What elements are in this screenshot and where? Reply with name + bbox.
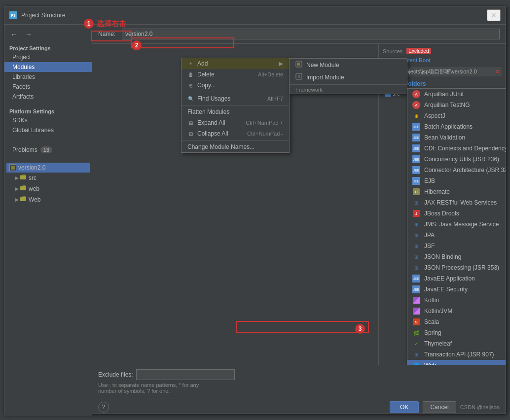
sidebar-item-artifacts[interactable]: Artifacts — [4, 92, 92, 102]
sources-header: Sources Excluded — [383, 48, 502, 54]
cancel-button[interactable]: Cancel — [423, 401, 456, 413]
fw-ejb[interactable]: JEE EJB — [407, 175, 506, 186]
svg-text:H: H — [415, 190, 418, 194]
fw-batch-applications[interactable]: JEE Batch Applications — [407, 121, 506, 132]
expand-arrow-Web: ▶ — [15, 197, 19, 202]
web-icon: 🌐 — [412, 361, 420, 365]
submenu-import-module[interactable]: ⬇ Import Module — [290, 71, 407, 83]
fw-connector[interactable]: JEE Connector Architecture (JSR 322) — [407, 165, 506, 175]
fw-jsf[interactable]: ⊞ JSF — [407, 241, 506, 251]
thymeleaf-icon: ✓ — [412, 340, 420, 348]
context-menu-expand-all[interactable]: ⊞ Expand All Ctrl+NumPad + — [182, 117, 289, 128]
remove-content-root-button[interactable]: ✕ — [495, 69, 500, 75]
fw-kotlin-jvm[interactable]: Kotlin/JVM — [407, 306, 506, 316]
expand-all-shortcut: Ctrl+NumPad + — [246, 120, 283, 126]
javaee-app-icon: JEE — [412, 275, 420, 282]
bean-validation-icon: JEE — [412, 134, 420, 141]
fw-javaee-security[interactable]: JEE JavaEE Security — [407, 284, 506, 295]
dialog-footer: ? OK Cancel CSDN @neljson — [92, 398, 506, 416]
sidebar-item-project[interactable]: Project — [4, 52, 92, 62]
context-menu-change-module-names[interactable]: Change Module Names... — [182, 141, 289, 152]
jax-rest-icon: ⊞ — [412, 199, 420, 207]
import-module-icon: ⬇ — [295, 73, 302, 81]
fw-hibernate[interactable]: H Hibernate — [407, 186, 506, 197]
fw-arquillian-testng[interactable]: A Arquillian TestNG — [407, 100, 506, 110]
name-input[interactable] — [122, 29, 500, 39]
tree-item-Web[interactable]: ▶ Web — [12, 194, 90, 205]
context-menu-add[interactable]: + Add ▶ — [182, 58, 289, 69]
help-button[interactable]: ? — [98, 402, 109, 413]
tree-item-src[interactable]: ▶ src — [12, 173, 90, 183]
transaction-api-icon: ⊞ — [412, 350, 420, 358]
fw-javaee-app[interactable]: JEE JavaEE Application — [407, 273, 506, 284]
context-menu-flatten[interactable]: Flatten Modules — [182, 106, 289, 117]
fw-transaction-api[interactable]: ⊞ Transaction API (JSR 907) — [407, 349, 506, 360]
fw-scala[interactable]: S Scala — [407, 316, 506, 327]
spring-icon: 🌿 — [412, 329, 420, 337]
submenu-new-module[interactable]: New Module — [290, 59, 407, 71]
exclude-files-input[interactable] — [136, 369, 235, 380]
fw-bean-validation[interactable]: JEE Bean Validation — [407, 132, 506, 143]
hibernate-icon: H — [412, 188, 420, 196]
main-panel: + Add ▶ — [92, 44, 506, 365]
project-settings-header: Project Settings — [4, 43, 92, 52]
fw-json-binding[interactable]: ⊞ JSON Binding — [407, 251, 506, 262]
connector-icon: JEE — [412, 166, 420, 174]
json-processing-icon: ⊞ — [412, 264, 420, 272]
context-menu-collapse-all[interactable]: ⊟ Collapse All Ctrl+NumPad - — [182, 128, 289, 139]
fw-web[interactable]: 🌐 Web — [407, 360, 506, 365]
sidebar-item-sdks[interactable]: SDKs — [4, 115, 92, 125]
tree-item-version2[interactable]: version2.0 — [6, 163, 90, 173]
arquillian-junit-icon: A — [412, 90, 420, 98]
sidebar-item-facets[interactable]: Facets — [4, 82, 92, 92]
sidebar-item-problems[interactable]: Problems 13 — [4, 145, 92, 155]
sidebar-item-global-libraries[interactable]: Global Libraries — [4, 125, 92, 135]
content-area: Name: + Add ▶ — [92, 25, 506, 416]
fw-arquillian-junit[interactable]: A Arquillian JUnit — [407, 89, 506, 100]
fw-jboss-drools[interactable]: J JBoss Drools — [407, 208, 506, 219]
collapse-all-icon: ⊟ — [187, 130, 194, 137]
fw-aspectj[interactable]: ⊕ AspectJ — [407, 110, 506, 121]
expand-all-icon: ⊞ — [187, 119, 194, 126]
sidebar-item-modules[interactable]: Modules — [4, 62, 92, 72]
fw-cdi[interactable]: JEE CDI: Contexts and Dependency Injecti… — [407, 143, 506, 154]
fw-jax-rest[interactable]: ⊞ JAX RESTful Web Services — [407, 197, 506, 208]
find-icon: 🔍 — [187, 95, 194, 102]
bottom-section: Exclude files: Use ; to separate name pa… — [92, 365, 506, 398]
context-menu-delete[interactable]: 🗑 Delete Alt+Delete — [182, 69, 289, 80]
close-button[interactable]: ✕ — [487, 9, 501, 21]
fw-jpa[interactable]: ⊞ JPA — [407, 230, 506, 241]
ok-button[interactable]: OK — [390, 401, 419, 413]
collapse-all-shortcut: Ctrl+NumPad - — [247, 131, 283, 137]
tree-item-web[interactable]: ▶ web — [12, 183, 90, 194]
arquillian-testng-icon: A — [412, 101, 420, 109]
framework-header: Framework — [290, 86, 407, 94]
sidebar-item-libraries[interactable]: Libraries — [4, 72, 92, 82]
excluded-badge: Excluded — [406, 48, 431, 54]
app-icon: PS — [9, 11, 17, 19]
find-usages-shortcut: Alt+F7 — [267, 96, 283, 102]
project-structure-dialog: PS Project Structure ✕ ← → Project Setti… — [4, 6, 506, 414]
fw-kotlin[interactable]: Kotlin — [407, 295, 506, 306]
fw-spring[interactable]: 🌿 Spring — [407, 327, 506, 338]
nav-forward-button[interactable]: → — [22, 30, 35, 39]
nav-back-button[interactable]: ← — [7, 30, 20, 39]
fw-jms[interactable]: ⊞ JMS: Java Message Service — [407, 219, 506, 230]
tree-children: ▶ src ▶ — [6, 173, 90, 205]
name-label: Name: — [98, 31, 118, 37]
fw-thymeleaf[interactable]: ✓ Thymeleaf — [407, 338, 506, 349]
svg-rect-3 — [20, 186, 26, 190]
fw-concurrency[interactable]: JEE Concurrency Utils (JSR 236) — [407, 154, 506, 165]
concurrency-icon: JEE — [412, 155, 420, 163]
context-menu-copy[interactable]: ⎘ Copy... — [182, 80, 289, 91]
fw-json-processing[interactable]: ⊞ JSON Processing (JSR 353) — [407, 262, 506, 273]
jboss-drools-icon: J — [412, 210, 420, 217]
context-menu-find-usages[interactable]: 🔍 Find Usages Alt+F7 — [182, 93, 289, 104]
add-icon: + — [187, 60, 194, 67]
folder-icon-src — [20, 175, 27, 181]
dialog-title: Project Structure — [21, 12, 65, 19]
svg-rect-4 — [20, 197, 26, 201]
add-submenu-separator — [290, 84, 407, 85]
cdi-icon: JEE — [412, 144, 420, 152]
platform-settings-header: Platform Settings — [4, 106, 92, 115]
